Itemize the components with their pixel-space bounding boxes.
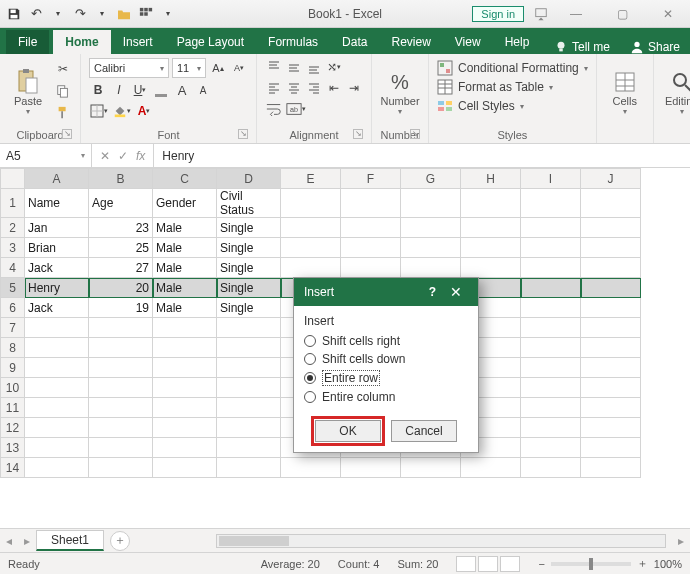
- select-all-corner[interactable]: [1, 169, 25, 189]
- cell[interactable]: Male: [153, 258, 217, 278]
- cell[interactable]: [341, 189, 401, 218]
- column-header-C[interactable]: C: [153, 169, 217, 189]
- underline-button[interactable]: U▾: [131, 81, 149, 99]
- cell[interactable]: [581, 218, 641, 238]
- cell[interactable]: [25, 318, 89, 338]
- cell[interactable]: [217, 418, 281, 438]
- cell[interactable]: Single: [217, 298, 281, 318]
- editing-button[interactable]: Editing ▾: [662, 58, 690, 127]
- cell[interactable]: [25, 358, 89, 378]
- number-format-button[interactable]: % Number ▾: [380, 58, 420, 127]
- row-header[interactable]: 14: [1, 458, 25, 478]
- cell[interactable]: [581, 258, 641, 278]
- cell[interactable]: Gender: [153, 189, 217, 218]
- cell[interactable]: [153, 358, 217, 378]
- close-dialog-button[interactable]: ✕: [444, 284, 468, 300]
- cell[interactable]: Jan: [25, 218, 89, 238]
- font-name-combo[interactable]: Calibri▾: [89, 58, 169, 78]
- cell[interactable]: [153, 398, 217, 418]
- cell[interactable]: [25, 458, 89, 478]
- share-button[interactable]: Share: [620, 40, 690, 54]
- cell[interactable]: [461, 238, 521, 258]
- cell[interactable]: 19: [89, 298, 153, 318]
- tell-me-button[interactable]: Tell me: [544, 40, 620, 54]
- name-box[interactable]: A5 ▾: [0, 144, 92, 167]
- tab-page-layout[interactable]: Page Layout: [165, 30, 256, 54]
- cell[interactable]: Single: [217, 238, 281, 258]
- row-header[interactable]: 13: [1, 438, 25, 458]
- row-header[interactable]: 10: [1, 378, 25, 398]
- cell[interactable]: [153, 318, 217, 338]
- minimize-button[interactable]: —: [558, 4, 594, 24]
- cell[interactable]: Henry: [25, 278, 89, 298]
- dialog-launcher-icon[interactable]: ↘: [410, 129, 420, 139]
- double-underline-button[interactable]: [152, 81, 170, 99]
- cell[interactable]: [89, 438, 153, 458]
- tab-formulas[interactable]: Formulas: [256, 30, 330, 54]
- scrollbar-thumb[interactable]: [219, 536, 289, 546]
- horizontal-scrollbar[interactable]: [216, 534, 666, 548]
- cell[interactable]: [521, 318, 581, 338]
- cell[interactable]: [581, 458, 641, 478]
- column-header-H[interactable]: H: [461, 169, 521, 189]
- cell[interactable]: [217, 338, 281, 358]
- merge-center-button[interactable]: ab▾: [285, 100, 307, 118]
- page-break-view-button[interactable]: [500, 556, 520, 572]
- cell[interactable]: 23: [89, 218, 153, 238]
- bold-button[interactable]: B: [89, 81, 107, 99]
- cell[interactable]: [281, 238, 341, 258]
- cell[interactable]: [89, 318, 153, 338]
- cell[interactable]: [401, 189, 461, 218]
- cell[interactable]: [581, 358, 641, 378]
- cell[interactable]: [217, 398, 281, 418]
- fx-button[interactable]: fx: [136, 149, 145, 163]
- cell[interactable]: [25, 378, 89, 398]
- font-bigger-a[interactable]: A: [173, 81, 191, 99]
- cell[interactable]: [25, 398, 89, 418]
- cell[interactable]: [153, 378, 217, 398]
- tab-review[interactable]: Review: [379, 30, 442, 54]
- option-entire-column[interactable]: Entire column: [304, 388, 468, 406]
- dialog-titlebar[interactable]: Insert ? ✕: [294, 278, 478, 306]
- option-entire-row[interactable]: Entire row: [304, 368, 468, 388]
- save-icon[interactable]: [6, 6, 22, 22]
- row-header[interactable]: 9: [1, 358, 25, 378]
- ok-button[interactable]: OK: [315, 420, 381, 442]
- column-header-A[interactable]: A: [25, 169, 89, 189]
- cell[interactable]: [521, 398, 581, 418]
- row-header[interactable]: 2: [1, 218, 25, 238]
- cell[interactable]: [341, 218, 401, 238]
- sign-in-button[interactable]: Sign in: [472, 6, 524, 22]
- open-icon[interactable]: [116, 6, 132, 22]
- cell[interactable]: [153, 418, 217, 438]
- wrap-text-button[interactable]: [265, 100, 283, 118]
- cell[interactable]: [581, 238, 641, 258]
- font-color-button[interactable]: A▾: [135, 102, 153, 120]
- prev-sheet-button[interactable]: ◂: [0, 534, 18, 548]
- cell[interactable]: [521, 189, 581, 218]
- cell[interactable]: [281, 458, 341, 478]
- row-header[interactable]: 11: [1, 398, 25, 418]
- paste-button[interactable]: Paste ▾: [8, 58, 48, 127]
- cell[interactable]: Male: [153, 218, 217, 238]
- cell[interactable]: Name: [25, 189, 89, 218]
- maximize-button[interactable]: ▢: [604, 4, 640, 24]
- cell[interactable]: Age: [89, 189, 153, 218]
- ribbon-options-icon[interactable]: [534, 7, 548, 21]
- font-smaller-a[interactable]: A: [194, 81, 212, 99]
- align-right-button[interactable]: [305, 79, 323, 97]
- align-top-button[interactable]: [265, 58, 283, 76]
- cell[interactable]: [281, 189, 341, 218]
- increase-font-button[interactable]: A▴: [209, 59, 227, 77]
- caret-down-icon[interactable]: ▾: [94, 6, 110, 22]
- row-header[interactable]: 1: [1, 189, 25, 218]
- option-shift-right[interactable]: Shift cells right: [304, 332, 468, 350]
- cell[interactable]: [401, 458, 461, 478]
- cell[interactable]: [581, 338, 641, 358]
- tab-home[interactable]: Home: [53, 30, 110, 54]
- cell[interactable]: [401, 218, 461, 238]
- row-header[interactable]: 4: [1, 258, 25, 278]
- cell[interactable]: [581, 378, 641, 398]
- column-header-D[interactable]: D: [217, 169, 281, 189]
- decrease-font-button[interactable]: A▾: [230, 59, 248, 77]
